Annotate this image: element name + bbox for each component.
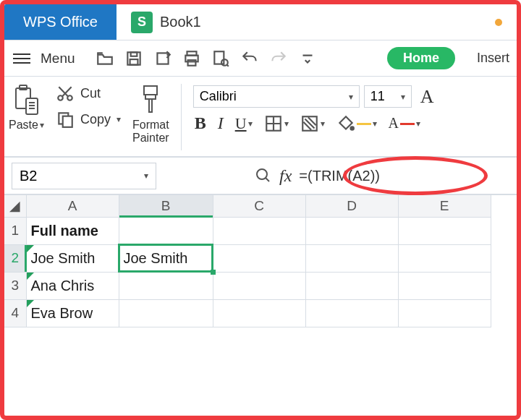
cell[interactable] xyxy=(119,272,213,299)
svg-rect-1 xyxy=(130,52,137,56)
font-size-select[interactable]: 11 ▾ xyxy=(364,85,412,108)
redo-icon[interactable] xyxy=(269,49,288,68)
cell[interactable] xyxy=(213,299,305,327)
undo-icon[interactable] xyxy=(240,49,259,68)
cell[interactable] xyxy=(119,299,213,327)
cell[interactable] xyxy=(119,217,213,244)
scissors-icon xyxy=(56,84,75,103)
cell[interactable]: Joe Smith xyxy=(26,244,119,272)
formula-bar: B2 ▾ fx =(TRIM(A2)) xyxy=(4,158,517,195)
error-indicator-icon xyxy=(27,300,34,307)
cell[interactable] xyxy=(213,272,305,299)
font-color-button[interactable]: A▾ xyxy=(389,115,420,132)
copy-button[interactable]: Copy ▾ xyxy=(56,110,121,129)
print-preview-icon[interactable] xyxy=(211,49,230,68)
workbook-tab[interactable]: S Book1 xyxy=(117,4,216,40)
grid-row: 3 Ana Chris xyxy=(4,272,491,299)
chevron-down-icon: ▾ xyxy=(144,171,148,181)
fx-icon[interactable]: fx xyxy=(279,166,292,186)
name-box[interactable]: B2 ▾ xyxy=(12,163,156,189)
print-icon[interactable] xyxy=(182,49,201,68)
svg-rect-2 xyxy=(130,59,137,65)
column-header[interactable]: B xyxy=(119,195,213,217)
italic-button[interactable]: I xyxy=(218,113,224,133)
copy-label: Copy xyxy=(80,112,111,127)
grid-row: 2 Joe Smith Joe Smith xyxy=(4,244,491,272)
hamburger-icon[interactable] xyxy=(12,51,32,67)
app-brand: WPS Office xyxy=(4,4,117,40)
tab-insert[interactable]: Insert xyxy=(477,51,509,66)
column-header[interactable]: A xyxy=(26,195,119,217)
svg-point-22 xyxy=(257,169,267,179)
copy-icon xyxy=(56,110,75,129)
open-icon[interactable] xyxy=(96,49,114,68)
svg-point-8 xyxy=(221,59,228,66)
font-name-select[interactable]: Calibri ▾ xyxy=(193,85,360,108)
error-indicator-icon xyxy=(27,245,34,252)
cell[interactable] xyxy=(213,244,305,272)
svg-point-13 xyxy=(67,95,72,100)
title-bar: WPS Office S Book1 xyxy=(4,4,517,40)
cell[interactable] xyxy=(398,217,491,244)
chevron-down-icon[interactable]: ▾ xyxy=(117,114,121,124)
cell[interactable] xyxy=(305,272,398,299)
zoom-icon[interactable] xyxy=(255,167,272,184)
cell[interactable]: Eva Brow xyxy=(26,299,119,327)
cell[interactable] xyxy=(398,244,491,272)
ribbon-toolbar: Paste▾ Cut Copy ▾ FormatPainter Calibri … xyxy=(4,77,517,158)
divider xyxy=(181,84,182,150)
borders-button[interactable]: ▾ xyxy=(264,114,289,133)
save-icon[interactable] xyxy=(124,49,143,68)
svg-rect-16 xyxy=(144,86,157,95)
formula-input[interactable]: =(TRIM(A2)) xyxy=(299,168,380,184)
cell[interactable] xyxy=(398,299,491,327)
cell-shading-button[interactable]: ▾ xyxy=(300,114,325,133)
row-header[interactable]: 4 xyxy=(4,299,26,327)
cell[interactable] xyxy=(305,217,398,244)
save-as-icon[interactable] xyxy=(153,49,172,68)
row-header[interactable]: 1 xyxy=(4,217,26,244)
cell[interactable] xyxy=(398,272,491,299)
chevron-down-icon[interactable]: ▾ xyxy=(40,120,44,130)
paste-button[interactable]: Paste▾ xyxy=(9,84,44,132)
name-box-value: B2 xyxy=(20,168,37,184)
paste-label: Paste xyxy=(9,119,38,132)
bold-button[interactable]: B xyxy=(195,113,206,133)
format-painter-button[interactable]: FormatPainter xyxy=(132,84,169,144)
column-header-row: ◢ A B C D E xyxy=(4,195,491,217)
column-header[interactable]: E xyxy=(398,195,491,217)
row-header[interactable]: 2 xyxy=(4,244,26,272)
cell[interactable] xyxy=(305,244,398,272)
fill-color-button[interactable]: ▾ xyxy=(336,114,377,133)
tab-home[interactable]: Home xyxy=(387,47,455,69)
svg-rect-7 xyxy=(214,51,224,64)
underline-button[interactable]: U▾ xyxy=(235,114,253,133)
workbook-title: Book1 xyxy=(160,14,201,30)
quick-access-toolbar xyxy=(96,49,317,68)
spreadsheet-grid[interactable]: ◢ A B C D E 1 Full name 2 Joe Smith Joe … xyxy=(4,195,517,327)
cell[interactable] xyxy=(305,299,398,327)
quick-access-dropdown-icon[interactable] xyxy=(298,49,317,68)
svg-rect-18 xyxy=(149,99,152,112)
grid-row: 1 Full name xyxy=(4,217,491,244)
column-header[interactable]: C xyxy=(213,195,305,217)
active-cell[interactable]: Joe Smith xyxy=(119,244,213,272)
cell[interactable]: Full name xyxy=(26,217,119,244)
svg-rect-3 xyxy=(157,53,168,64)
svg-rect-15 xyxy=(63,116,72,127)
select-all-corner[interactable]: ◢ xyxy=(4,195,26,217)
paint-brush-icon xyxy=(137,84,164,116)
font-name-value: Calibri xyxy=(200,89,237,104)
spreadsheet-doc-icon: S xyxy=(131,12,153,33)
cut-button[interactable]: Cut xyxy=(56,84,121,103)
svg-point-21 xyxy=(350,127,353,129)
column-header[interactable]: D xyxy=(305,195,398,217)
ribbon-tabs-row: Menu Home Insert xyxy=(4,40,517,77)
row-header[interactable]: 3 xyxy=(4,272,26,299)
increase-font-size-button[interactable]: A xyxy=(420,86,434,108)
error-indicator-icon xyxy=(27,273,34,280)
svg-point-12 xyxy=(58,95,63,100)
menu-button[interactable]: Menu xyxy=(41,51,75,67)
cell[interactable]: Ana Chris xyxy=(26,272,119,299)
cell[interactable] xyxy=(213,217,305,244)
